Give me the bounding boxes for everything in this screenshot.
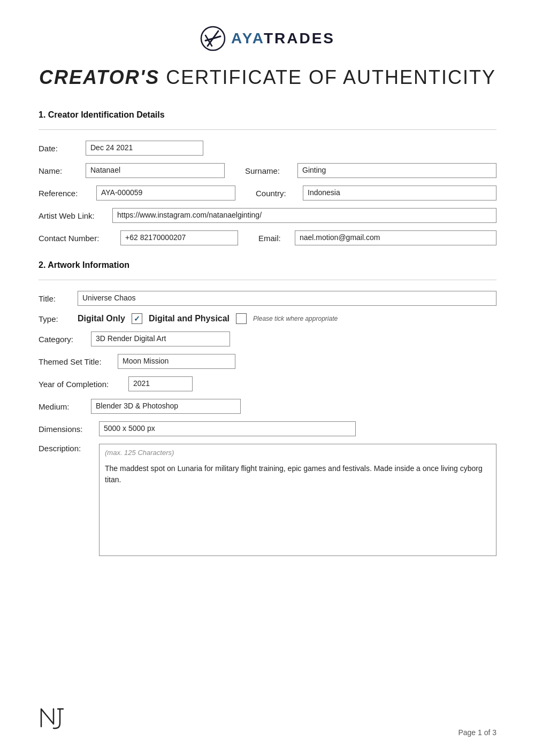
page-number: Page 1 of 3	[458, 728, 496, 737]
digital-physical-label: Digital and Physical	[149, 314, 230, 323]
title-bold: CREATOR'S	[39, 66, 159, 88]
section2-divider	[39, 280, 496, 280]
contact-row: Contact Number: +62 82170000207 Email: n…	[39, 230, 496, 245]
surname-field[interactable]: Ginting	[297, 163, 496, 178]
description-text: The maddest spot on Lunaria for military…	[105, 463, 491, 485]
type-label: Type:	[39, 314, 73, 323]
category-field[interactable]: 3D Render Digital Art	[91, 331, 230, 346]
weblink-row: Artist Web Link: https://www.instagram.c…	[39, 208, 496, 223]
weblink-label: Artist Web Link:	[39, 211, 108, 220]
dimensions-row: Dimensions: 5000 x 5000 px	[39, 421, 496, 436]
section1-divider	[39, 129, 496, 130]
section-creator: 1. Creator Identification Details Date: …	[39, 110, 496, 245]
medium-field[interactable]: Blender 3D & Photoshop	[91, 399, 241, 414]
email-field[interactable]: nael.motion@gmail.com	[295, 230, 496, 245]
digital-only-checkbox[interactable]: ✓	[132, 313, 142, 324]
date-label: Date:	[39, 144, 81, 153]
year-label: Year of Completion:	[39, 380, 124, 389]
surname-label: Surname:	[245, 166, 293, 175]
artwork-title-label: Title:	[39, 294, 73, 303]
country-field[interactable]: Indonesia	[303, 186, 496, 200]
certificate-page: AYATRADES CREATOR'S CERTIFICATE OF AUTHE…	[0, 0, 535, 756]
artwork-title-field[interactable]: Universe Chaos	[78, 291, 496, 306]
name-label: Name:	[39, 166, 81, 175]
section2-title: 2. Artwork Information	[39, 260, 496, 270]
section1-title: 1. Creator Identification Details	[39, 110, 496, 120]
title-rest: CERTIFICATE OF AUTHENTICITY	[159, 66, 496, 88]
description-label: Description:	[39, 444, 95, 453]
name-field[interactable]: Natanael	[86, 163, 225, 178]
section-artwork: 2. Artwork Information Title: Universe C…	[39, 260, 496, 556]
type-note: Please tick where appropriate	[253, 315, 338, 322]
country-label: Country:	[256, 189, 299, 198]
signature	[39, 703, 76, 737]
themed-row: Themed Set Title: Moon Mission	[39, 354, 496, 369]
logo-text: AYATRADES	[231, 30, 335, 47]
date-field[interactable]: Dec 24 2021	[86, 141, 203, 156]
medium-label: Medium:	[39, 402, 87, 411]
type-row: Type: Digital Only ✓ Digital and Physica…	[39, 313, 496, 324]
reference-field[interactable]: AYA-000059	[96, 186, 235, 200]
header: AYATRADES	[39, 26, 496, 51]
description-row: Description: (max. 125 Characters) The m…	[39, 444, 496, 556]
name-row: Name: Natanael Surname: Ginting	[39, 163, 496, 178]
year-row: Year of Completion: 2021	[39, 376, 496, 391]
digital-only-label: Digital Only	[78, 314, 125, 323]
reference-row: Reference: AYA-000059 Country: Indonesia	[39, 186, 496, 200]
themed-field[interactable]: Moon Mission	[118, 354, 235, 369]
dimensions-field[interactable]: 5000 x 5000 px	[99, 421, 356, 436]
category-label: Category:	[39, 335, 87, 344]
logo-container: AYATRADES	[200, 26, 335, 51]
digital-physical-checkbox[interactable]	[236, 313, 247, 324]
artwork-title-row: Title: Universe Chaos	[39, 291, 496, 306]
medium-row: Medium: Blender 3D & Photoshop	[39, 399, 496, 414]
type-checkbox-group: Digital Only ✓ Digital and Physical Plea…	[78, 313, 338, 324]
year-field[interactable]: 2021	[128, 376, 193, 391]
logo-icon	[200, 26, 226, 51]
description-field[interactable]: (max. 125 Characters) The maddest spot o…	[99, 444, 496, 556]
themed-label: Themed Set Title:	[39, 357, 113, 366]
date-row: Date: Dec 24 2021	[39, 141, 496, 156]
dimensions-label: Dimensions:	[39, 425, 95, 434]
footer: Page 1 of 3	[39, 703, 496, 737]
reference-label: Reference:	[39, 189, 92, 198]
contact-field[interactable]: +62 82170000207	[120, 230, 238, 245]
email-label: Email:	[258, 234, 291, 243]
signature-svg	[39, 703, 76, 732]
contact-label: Contact Number:	[39, 234, 116, 243]
certificate-title: CREATOR'S CERTIFICATE OF AUTHENTICITY	[39, 66, 496, 89]
description-placeholder: (max. 125 Characters)	[105, 449, 491, 457]
weblink-field[interactable]: https://www.instagram.com/natanaelgintin…	[112, 208, 496, 223]
category-row: Category: 3D Render Digital Art	[39, 331, 496, 346]
